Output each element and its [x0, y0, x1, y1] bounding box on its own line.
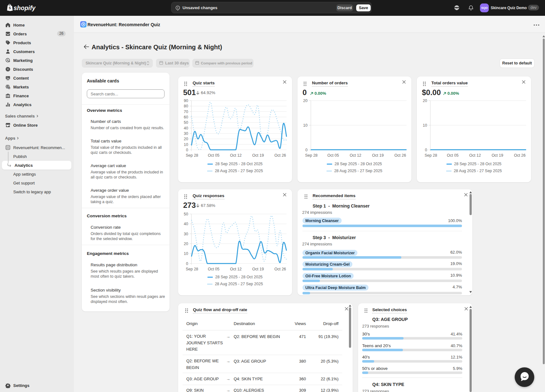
svg-text:0: 0 [425, 148, 427, 152]
svg-text:Oct 05: Oct 05 [208, 153, 219, 158]
svg-text:Sep 28: Sep 28 [425, 153, 437, 158]
svg-text:20: 20 [184, 137, 188, 141]
svg-text:10: 10 [184, 251, 188, 256]
svg-text:Oct 12: Oct 12 [469, 153, 481, 158]
svg-text:10: 10 [184, 142, 188, 147]
svg-text:S: S [9, 6, 11, 10]
svg-text:50: 50 [184, 120, 188, 125]
svg-text:Oct 12: Oct 12 [350, 153, 361, 158]
svg-text:30: 30 [184, 232, 188, 236]
svg-text:50: 50 [184, 212, 188, 216]
svg-text:Oct 19: Oct 19 [252, 267, 264, 271]
svg-text:Oct 12: Oct 12 [230, 153, 242, 158]
svg-text:Sep 28: Sep 28 [305, 153, 318, 158]
svg-text:20: 20 [303, 99, 308, 103]
svg-text:0: 0 [186, 262, 188, 266]
svg-text:90: 90 [184, 99, 188, 103]
svg-text:Oct 19: Oct 19 [372, 153, 384, 158]
svg-text:40: 40 [184, 222, 188, 226]
svg-text:20: 20 [184, 242, 188, 246]
svg-text:0: 0 [186, 148, 188, 152]
svg-text:Oct 26: Oct 26 [274, 267, 286, 271]
svg-text:40: 40 [184, 126, 188, 130]
svg-text:80: 80 [184, 104, 188, 108]
svg-text:Oct 26: Oct 26 [274, 153, 286, 158]
svg-text:Sep 28: Sep 28 [186, 267, 198, 271]
svg-text:Oct 19: Oct 19 [252, 153, 264, 158]
svg-text:Oct 05: Oct 05 [447, 153, 458, 158]
svg-text:Oct 05: Oct 05 [327, 153, 339, 158]
svg-text:20: 20 [423, 99, 427, 103]
svg-text:Oct 26: Oct 26 [394, 153, 406, 158]
svg-text:70: 70 [184, 110, 188, 114]
svg-text:shopify: shopify [14, 4, 36, 11]
svg-text:10: 10 [303, 123, 308, 128]
svg-text:30: 30 [184, 131, 188, 136]
svg-text:Oct 26: Oct 26 [514, 153, 526, 158]
svg-text:Oct 05: Oct 05 [208, 267, 219, 271]
svg-text:60: 60 [184, 115, 188, 119]
svg-text:Oct 19: Oct 19 [492, 153, 503, 158]
svg-text:10: 10 [423, 123, 427, 128]
svg-text:Oct 12: Oct 12 [230, 267, 242, 271]
svg-text:0: 0 [305, 148, 308, 152]
svg-text:Sep 28: Sep 28 [186, 153, 198, 158]
